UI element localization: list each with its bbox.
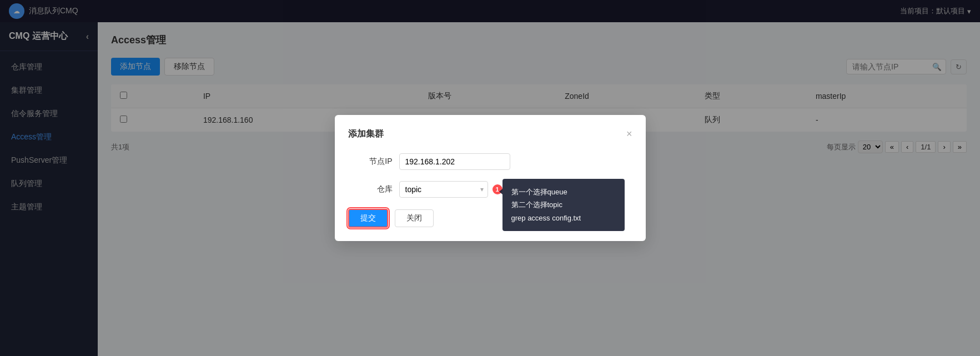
warehouse-row: 仓库 queuetopic ▾ 1 第一个选择queue第二个选择topicgr… bbox=[348, 181, 632, 198]
node-ip-input[interactable] bbox=[399, 153, 510, 170]
cancel-button[interactable]: 关闭 bbox=[395, 209, 434, 227]
node-ip-label: 节点IP bbox=[348, 157, 393, 167]
tooltip-line: 第一个选择queue bbox=[511, 185, 616, 198]
modal-header: 添加集群 × bbox=[348, 128, 632, 140]
warehouse-label: 仓库 bbox=[348, 184, 393, 194]
tooltip-container: 1 第一个选择queue第二个选择topicgrep access config… bbox=[488, 184, 502, 194]
node-ip-row: 节点IP bbox=[348, 153, 632, 170]
warehouse-select-wrap: queuetopic ▾ 1 第一个选择queue第二个选择topicgrep … bbox=[399, 181, 502, 198]
tooltip-line: 第二个选择topic bbox=[511, 198, 616, 211]
modal-dialog: 添加集群 × 节点IP 仓库 queuetopic ▾ 1 第一个选择queue… bbox=[335, 115, 646, 241]
modal-overlay: 添加集群 × 节点IP 仓库 queuetopic ▾ 1 第一个选择queue… bbox=[0, 0, 980, 356]
tooltip-line: grep access config.txt bbox=[511, 212, 616, 224]
warehouse-select-container: queuetopic ▾ bbox=[399, 181, 488, 198]
modal-title: 添加集群 bbox=[348, 128, 384, 140]
tooltip-box: 第一个选择queue第二个选择topicgrep access config.t… bbox=[502, 179, 625, 231]
modal-close-button[interactable]: × bbox=[626, 128, 632, 140]
submit-button[interactable]: 提交 bbox=[348, 209, 388, 228]
warehouse-select[interactable]: queuetopic bbox=[399, 181, 488, 198]
